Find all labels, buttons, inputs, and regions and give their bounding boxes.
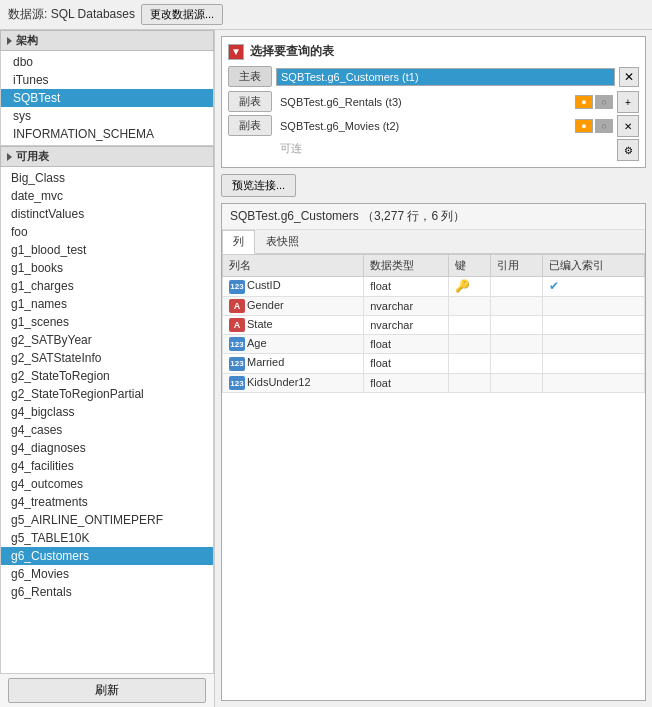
datasource-label: 数据源: SQL Databases — [8, 6, 135, 23]
col-indexed-kidsunder12 — [543, 373, 645, 393]
table-select-title: 选择要查询的表 — [250, 43, 334, 60]
key-icon-custid: 🔑 — [455, 279, 470, 293]
sub-table-row-2: 副表 SQBTest.g6_Movies (t2) ● ○ — [228, 115, 613, 136]
kelink-label: 可连 — [276, 139, 306, 158]
col-header-key: 键 — [449, 255, 491, 277]
schema-item-sqbtest[interactable]: SQBTest — [1, 89, 213, 107]
col-name-gender: AGender — [223, 296, 364, 315]
top-bar: 数据源: SQL Databases 更改数据源... — [0, 0, 652, 30]
col-type-gender: nvarchar — [364, 296, 449, 315]
col-ref-custid — [491, 277, 543, 297]
col-key-age — [449, 334, 491, 354]
table-item-big-class[interactable]: Big_Class — [1, 169, 213, 187]
table-item-g6-movies[interactable]: g6_Movies — [1, 565, 213, 583]
sub-tables-list: 副表 SQBTest.g6_Rentals (t3) ● ○ 副表 — [228, 91, 613, 158]
table-item-g4-diagnoses[interactable]: g4_diagnoses — [1, 439, 213, 457]
table-item-g1-books[interactable]: g1_books — [1, 259, 213, 277]
col-indexed-gender — [543, 296, 645, 315]
main-table-name[interactable]: SQBTest.g6_Customers (t1) — [276, 68, 615, 86]
type-icon-text-state: A — [229, 318, 245, 332]
col-ref-state — [491, 315, 543, 334]
table-item-g4-treatments[interactable]: g4_treatments — [1, 493, 213, 511]
col-header-ref: 引用 — [491, 255, 543, 277]
col-type-age: float — [364, 334, 449, 354]
table-item-g5-table10k[interactable]: g5_TABLE10K — [1, 529, 213, 547]
type-icon-numeric-married: 123 — [229, 357, 245, 371]
settings-table-button[interactable]: ⚙ — [617, 139, 639, 161]
add-table-button[interactable]: + — [617, 91, 639, 113]
table-item-g2-statetoregion[interactable]: g2_StateToRegion — [1, 367, 213, 385]
table-rows-container: 主表 SQBTest.g6_Customers (t1) ✕ 副表 SQBTes… — [228, 66, 639, 161]
col-type-married: float — [364, 354, 449, 374]
toggle-on-icon-1[interactable]: ● — [575, 95, 593, 109]
column-table-container: 列名 数据类型 键 引用 已编入索引 123CustID — [222, 254, 645, 700]
toggle-on-icon-2[interactable]: ● — [575, 119, 593, 133]
table-item-g6-customers[interactable]: g6_Customers — [1, 547, 213, 565]
preview-btn-row: 预览连接... — [221, 174, 646, 197]
col-type-custid: float — [364, 277, 449, 297]
col-ref-kidsunder12 — [491, 373, 543, 393]
table-item-g1-scenes[interactable]: g1_scenes — [1, 313, 213, 331]
indexed-icon-custid: ✔ — [549, 279, 559, 293]
toggle-off-icon-1[interactable]: ○ — [595, 95, 613, 109]
col-name-kidsunder12: 123KidsUnder12 — [223, 373, 364, 393]
table-row: 123KidsUnder12 float — [223, 373, 645, 393]
table-list-section: 可用表 Big_Class date_mvc distinctValues fo… — [0, 146, 214, 707]
col-indexed-custid: ✔ — [543, 277, 645, 297]
table-item-g1-blood-test[interactable]: g1_blood_test — [1, 241, 213, 259]
table-item-g2-satbyyear[interactable]: g2_SATByYear — [1, 331, 213, 349]
main-container: 数据源: SQL Databases 更改数据源... 架构 dbo iTune… — [0, 0, 652, 707]
main-table-button[interactable]: 主表 — [228, 66, 272, 87]
col-indexed-age — [543, 334, 645, 354]
main-table-close-button[interactable]: ✕ — [619, 67, 639, 87]
tab-columns[interactable]: 列 — [222, 230, 255, 254]
schema-item-information-schema[interactable]: INFORMATION_SCHEMA — [1, 125, 213, 143]
table-item-g5-airline[interactable]: g5_AIRLINE_ONTIMEPERF — [1, 511, 213, 529]
main-table-row: 主表 SQBTest.g6_Customers (t1) ✕ — [228, 66, 639, 87]
col-key-state — [449, 315, 491, 334]
schema-triangle-icon — [7, 37, 12, 45]
table-info-area: SQBTest.g6_Customers （3,277 行，6 列） 列 表快照… — [221, 203, 646, 701]
sub-table-row-1: 副表 SQBTest.g6_Rentals (t3) ● ○ — [228, 91, 613, 112]
sub-table-button-1[interactable]: 副表 — [228, 91, 272, 112]
remove-table-button[interactable]: ✕ — [617, 115, 639, 137]
table-item-date-mvc[interactable]: date_mvc — [1, 187, 213, 205]
toggle-icons-1: ● ○ — [575, 95, 613, 109]
col-ref-gender — [491, 296, 543, 315]
preview-button[interactable]: 预览连接... — [221, 174, 296, 197]
table-item-g4-cases[interactable]: g4_cases — [1, 421, 213, 439]
type-icon-numeric-kidsunder12: 123 — [229, 376, 245, 390]
change-datasource-button[interactable]: 更改数据源... — [141, 4, 223, 25]
table-item-g4-outcomes[interactable]: g4_outcomes — [1, 475, 213, 493]
table-item-g1-charges[interactable]: g1_charges — [1, 277, 213, 295]
table-item-g6-rentals[interactable]: g6_Rentals — [1, 583, 213, 601]
table-item-distinct-values[interactable]: distinctValues — [1, 205, 213, 223]
col-indexed-married — [543, 354, 645, 374]
schema-item-dbo[interactable]: dbo — [1, 53, 213, 71]
sub-table-name-1: SQBTest.g6_Rentals (t3) — [276, 94, 571, 110]
left-panel: 架构 dbo iTunes SQBTest sys INFORMATION_SC… — [0, 30, 215, 707]
col-indexed-state — [543, 315, 645, 334]
col-ref-age — [491, 334, 543, 354]
table-item-g4-bigclass[interactable]: g4_bigclass — [1, 403, 213, 421]
tab-preview[interactable]: 表快照 — [255, 230, 310, 253]
tab-bar: 列 表快照 — [222, 230, 645, 254]
dropdown-icon[interactable]: ▼ — [228, 44, 244, 60]
table-item-g4-facilities[interactable]: g4_facilities — [1, 457, 213, 475]
table-item-g2-statetoregionpartial[interactable]: g2_StateToRegionPartial — [1, 385, 213, 403]
refresh-button[interactable]: 刷新 — [8, 678, 206, 703]
table-item-foo[interactable]: foo — [1, 223, 213, 241]
sub-table-name-2: SQBTest.g6_Movies (t2) — [276, 118, 571, 134]
table-item-g1-names[interactable]: g1_names — [1, 295, 213, 313]
kelink-row: 可连 — [228, 139, 613, 158]
schema-section-header: 架构 — [0, 30, 214, 51]
schema-item-itunes[interactable]: iTunes — [1, 71, 213, 89]
sub-table-button-2[interactable]: 副表 — [228, 115, 272, 136]
schema-list: dbo iTunes SQBTest sys INFORMATION_SCHEM… — [0, 51, 214, 146]
table-row: 123CustID float 🔑 ✔ — [223, 277, 645, 297]
table-item-g2-satstateinfo[interactable]: g2_SATStateInfo — [1, 349, 213, 367]
toggle-off-icon-2[interactable]: ○ — [595, 119, 613, 133]
schema-item-sys[interactable]: sys — [1, 107, 213, 125]
table-select-area: ▼ 选择要查询的表 主表 SQBTest.g6_Customers (t1) ✕ — [221, 36, 646, 168]
side-buttons: + ✕ ⚙ — [617, 91, 639, 161]
